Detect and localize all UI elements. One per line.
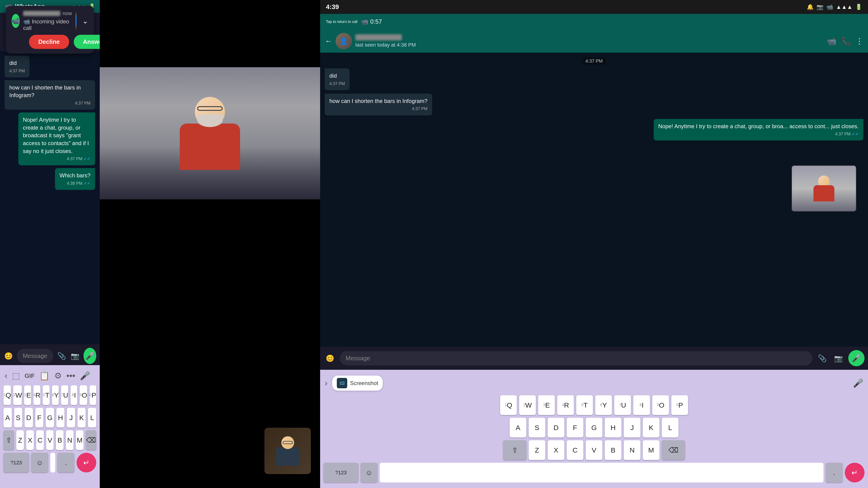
right-key-b[interactable]: B [605,440,621,460]
right-key-w[interactable]: 2W [519,395,536,415]
key-e[interactable]: 3E [24,385,31,405]
back-icon[interactable]: ← [325,37,332,45]
right-key-f[interactable]: F [567,418,583,437]
key-w[interactable]: 2W [13,385,22,405]
right-shift-key[interactable]: ⇧ [503,440,526,460]
right-enter-key[interactable]: ↵ [845,463,865,482]
right-key-g[interactable]: G [586,418,602,437]
right-key-u[interactable]: 7U [614,395,631,415]
back-arrow-icon[interactable]: ‹ [5,371,7,381]
video-call-icon[interactable]: 📹 [827,36,836,46]
key-f[interactable]: F [35,408,43,427]
right-mic-button[interactable]: 🎤 [848,350,865,366]
right-key-s[interactable]: S [529,418,545,437]
right-key-a[interactable]: A [509,418,526,437]
key-d[interactable]: D [25,408,33,427]
emoji-key[interactable]: ☺ [31,453,48,473]
enter-key[interactable]: ↵ [76,453,96,473]
key-v[interactable]: V [46,430,54,450]
right-key-n[interactable]: N [624,440,641,460]
contact-avatar[interactable]: 👤 [336,33,352,49]
right-key-j[interactable]: J [624,418,641,437]
key-l[interactable]: L [88,408,96,427]
key-q[interactable]: 1Q [3,385,11,405]
key-h[interactable]: H [56,408,65,427]
right-voice-icon[interactable]: 🎤 [853,378,863,388]
right-camera-icon[interactable]: 📷 [832,352,845,365]
right-msg-input-bar: 😊 Message 📎 📷 🎤 [320,347,868,370]
right-message-input[interactable]: Message [340,351,812,365]
key-u[interactable]: 7U [61,385,68,405]
mic-button[interactable]: 🎤 [84,348,96,364]
key-n[interactable]: N [66,430,73,450]
key-a[interactable]: A [3,408,12,427]
chevron-down-icon[interactable]: ⌄ [82,17,88,25]
right-space-key[interactable] [380,463,824,482]
right-key-q[interactable]: 1Q [500,395,517,415]
right-backspace-key[interactable]: ⌫ [662,440,685,460]
right-key-row-1: 1Q 2W 3E 4R 5T 6Y 7U 8I 9O 0P [323,395,865,415]
key-m[interactable]: M [76,430,84,450]
right-attach-icon[interactable]: 📎 [816,352,829,365]
key-j[interactable]: J [67,408,75,427]
right-key-m[interactable]: M [643,440,659,460]
shift-key[interactable]: ⇧ [3,430,14,450]
key-p[interactable]: 0P [90,385,96,405]
right-key-t[interactable]: 5T [576,395,593,415]
right-period-key[interactable]: . [826,463,842,482]
period-key[interactable]: . [58,453,74,473]
key-i[interactable]: 8I [70,385,77,405]
key-z[interactable]: Z [16,430,24,450]
phone-call-icon[interactable]: 📞 [841,36,851,46]
return-to-call-bar[interactable]: Tap to return to call 📹 0:57 [320,14,868,29]
right-key-x[interactable]: X [548,440,564,460]
voice-icon[interactable]: 🎤 [80,371,90,381]
settings-icon[interactable]: ⚙ [54,371,62,381]
right-emoji-icon[interactable]: 😊 [323,352,336,365]
attach-icon[interactable]: 📎 [57,350,67,362]
screenshot-chip[interactable]: Screenshot [332,376,383,391]
right-key-i[interactable]: 8I [633,395,650,415]
key-b[interactable]: B [56,430,64,450]
key-g[interactable]: G [46,408,54,427]
key-s[interactable]: S [14,408,23,427]
right-key-c[interactable]: C [567,440,583,460]
right-key-p[interactable]: 0P [671,395,688,415]
key-x[interactable]: X [26,430,34,450]
more-icon[interactable]: ••• [66,371,75,381]
right-key-d[interactable]: D [548,418,564,437]
right-key-v[interactable]: V [586,440,602,460]
answer-button[interactable]: Answer [74,35,100,49]
key-t[interactable]: 5T [43,385,50,405]
right-key-e[interactable]: 3E [538,395,555,415]
message-input[interactable]: Message [17,349,53,363]
call-duration: 📹 0:57 [361,18,382,25]
right-key-z[interactable]: Z [529,440,545,460]
right-key-o[interactable]: 9O [652,395,669,415]
keyboard-toolbar: ‹ ⬚ GIF 📋 ⚙ ••• 🎤 [2,367,97,384]
right-forward-icon[interactable]: › [325,378,328,388]
key-k[interactable]: K [78,408,86,427]
emoji-icon[interactable]: 😊 [3,350,13,362]
backspace-key[interactable]: ⌫ [86,430,96,450]
gif-button[interactable]: GIF [25,372,35,380]
clipboard-icon[interactable]: 📋 [39,371,50,381]
space-key[interactable] [50,453,55,473]
key-o[interactable]: 9O [80,385,87,405]
camera-icon[interactable]: 📷 [70,350,80,362]
right-key-k[interactable]: K [643,418,659,437]
right-key-l[interactable]: L [662,418,679,437]
right-key-h[interactable]: H [605,418,621,437]
msg-time: 4:37 PM [330,81,345,87]
key-y[interactable]: 6Y [52,385,59,405]
key-c[interactable]: C [36,430,44,450]
right-emoji-key[interactable]: ☺ [361,463,377,482]
decline-button[interactable]: Decline [29,35,69,49]
key-r[interactable]: 4R [33,385,40,405]
right-key-r[interactable]: 4R [557,395,574,415]
right-num-key[interactable]: ?123 [323,463,359,482]
num-key[interactable]: ?123 [3,453,29,473]
keyboard-switch-icon[interactable]: ⬚ [12,371,20,381]
right-key-y[interactable]: 6Y [595,395,612,415]
more-options-icon[interactable]: ⋮ [856,36,863,46]
